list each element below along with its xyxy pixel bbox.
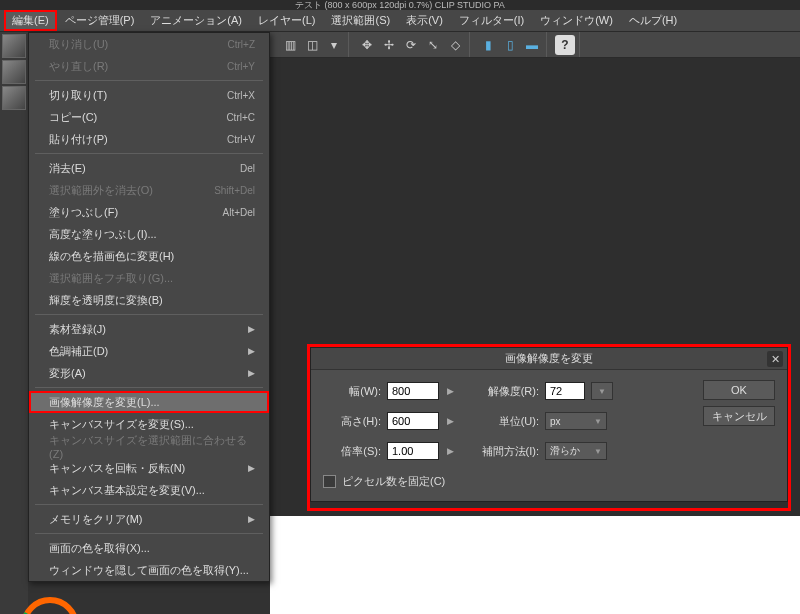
resolution-dialog: 画像解像度を変更 ✕ 幅(W): ▶ 高さ(H): ▶ 倍率(S): ▶ [310,347,788,502]
menu-item[interactable]: 貼り付け(P)Ctrl+V [29,128,269,150]
separator [35,153,263,154]
interp-value: 滑らか [550,444,580,458]
menu-item-label: 画面の色を取得(X)... [49,541,150,556]
resolution-dropdown[interactable]: ▼ [591,382,613,400]
menu-フィルター(I)[interactable]: フィルター(I) [451,10,532,31]
chevron-right-icon: ▶ [248,514,255,524]
menu-item-label: 線の色を描画色に変更(H) [49,249,174,264]
flip-h-icon[interactable]: ✥ [357,35,377,55]
chevron-right-icon: ▶ [248,346,255,356]
menu-item-label: キャンバスを回転・反転(N) [49,461,185,476]
close-icon[interactable]: ✕ [767,351,783,367]
menu-item-label: やり直し(R) [49,59,108,74]
menu-item[interactable]: 変形(A)▶ [29,362,269,384]
layer-b-icon[interactable]: ▯ [500,35,520,55]
menu-item[interactable]: 輝度を透明度に変換(B) [29,289,269,311]
menu-item-label: 塗りつぶし(F) [49,205,118,220]
menu-item: 取り消し(U)Ctrl+Z [29,33,269,55]
menu-item-label: 貼り付け(P) [49,132,108,147]
menu-item[interactable]: 塗りつぶし(F)Alt+Del [29,201,269,223]
menu-item[interactable]: キャンバスを回転・反転(N)▶ [29,457,269,479]
canvas[interactable] [270,516,800,614]
menu-レイヤー(L)[interactable]: レイヤー(L) [250,10,323,31]
scale-input[interactable] [387,442,439,460]
menu-item-label: コピー(C) [49,110,97,125]
dropdown-icon[interactable]: ▾ [324,35,344,55]
menu-アニメーション(A)[interactable]: アニメーション(A) [142,10,250,31]
handles-icon[interactable]: ◇ [445,35,465,55]
unit-label: 単位(U): [473,414,539,429]
menu-item[interactable]: 素材登録(J)▶ [29,318,269,340]
menu-item[interactable]: 画像解像度を変更(L)... [29,391,269,413]
menu-item-label: 画像解像度を変更(L)... [49,395,160,410]
menu-item[interactable]: 切り取り(T)Ctrl+X [29,84,269,106]
chevron-right-icon: ▶ [248,463,255,473]
unit-select[interactable]: px▼ [545,412,607,430]
shortcut: Del [240,163,255,174]
menu-item-label: 消去(E) [49,161,86,176]
menu-item[interactable]: コピー(C)Ctrl+C [29,106,269,128]
tool-strip [0,32,28,614]
menu-item-label: 輝度を透明度に変換(B) [49,293,163,308]
width-input[interactable] [387,382,439,400]
scale-icon[interactable]: ⤡ [423,35,443,55]
menu-item-label: 変形(A) [49,366,86,381]
ok-button[interactable]: OK [703,380,775,400]
menu-item[interactable]: 色調補正(D)▶ [29,340,269,362]
menu-item[interactable]: 画面の色を取得(X)... [29,537,269,559]
rotate-icon[interactable]: ⟳ [401,35,421,55]
blank-icon[interactable]: ▥ [280,35,300,55]
fix-pixels-checkbox[interactable] [323,475,336,488]
separator [35,80,263,81]
interp-label: 補間方法(I): [473,444,539,459]
menu-item[interactable]: メモリをクリア(M)▶ [29,508,269,530]
menu-item-label: キャンバスサイズを選択範囲に合わせる(Z) [49,433,255,460]
cancel-button[interactable]: キャンセル [703,406,775,426]
height-input[interactable] [387,412,439,430]
menu-item-label: メモリをクリア(M) [49,512,143,527]
menu-item[interactable]: 消去(E)Del [29,157,269,179]
menu-ページ管理(P)[interactable]: ページ管理(P) [57,10,143,31]
shortcut: Ctrl+Y [227,61,255,72]
color-wheel[interactable] [20,596,80,614]
menu-編集(E)[interactable]: 編集(E) [4,10,57,31]
tool-swatch[interactable] [2,60,26,84]
menu-ウィンドウ(W)[interactable]: ウィンドウ(W) [532,10,621,31]
interp-select[interactable]: 滑らか▼ [545,442,607,460]
scale-label: 倍率(S): [323,444,381,459]
menu-item[interactable]: キャンバス基本設定を変更(V)... [29,479,269,501]
menu-item: 選択範囲をフチ取り(G)... [29,267,269,289]
move-icon[interactable]: ✢ [379,35,399,55]
layer-c-icon[interactable]: ▬ [522,35,542,55]
menu-item[interactable]: ウィンドウを隠して画面の色を取得(Y)... [29,559,269,581]
separator [35,504,263,505]
menu-ヘルプ(H)[interactable]: ヘルプ(H) [621,10,685,31]
tool-swatch[interactable] [2,34,26,58]
menu-item-label: 切り取り(T) [49,88,107,103]
menu-表示(V)[interactable]: 表示(V) [398,10,451,31]
chevron-right-icon[interactable]: ▶ [445,386,455,396]
fix-pixels-label: ピクセル数を固定(C) [342,474,445,489]
help-icon[interactable]: ? [555,35,575,55]
separator [35,533,263,534]
chevron-right-icon[interactable]: ▶ [445,416,455,426]
menu-item[interactable]: 線の色を描画色に変更(H) [29,245,269,267]
dialog-title: 画像解像度を変更 [505,351,593,366]
shortcut: Ctrl+V [227,134,255,145]
shortcut: Alt+Del [222,207,255,218]
menu-選択範囲(S)[interactable]: 選択範囲(S) [323,10,398,31]
chevron-right-icon[interactable]: ▶ [445,446,455,456]
window-icon[interactable]: ◫ [302,35,322,55]
resolution-input[interactable] [545,382,585,400]
menu-item[interactable]: 高度な塗りつぶし(I)... [29,223,269,245]
unit-value: px [550,416,561,427]
menu-item-label: キャンバスサイズを変更(S)... [49,417,194,432]
menu-item: キャンバスサイズを選択範囲に合わせる(Z) [29,435,269,457]
separator [35,387,263,388]
layer-a-icon[interactable]: ▮ [478,35,498,55]
dialog-title-bar[interactable]: 画像解像度を変更 ✕ [311,348,787,370]
svg-point-0 [24,600,76,614]
shortcut: Shift+Del [214,185,255,196]
menu-item-label: 選択範囲をフチ取り(G)... [49,271,173,286]
tool-swatch[interactable] [2,86,26,110]
